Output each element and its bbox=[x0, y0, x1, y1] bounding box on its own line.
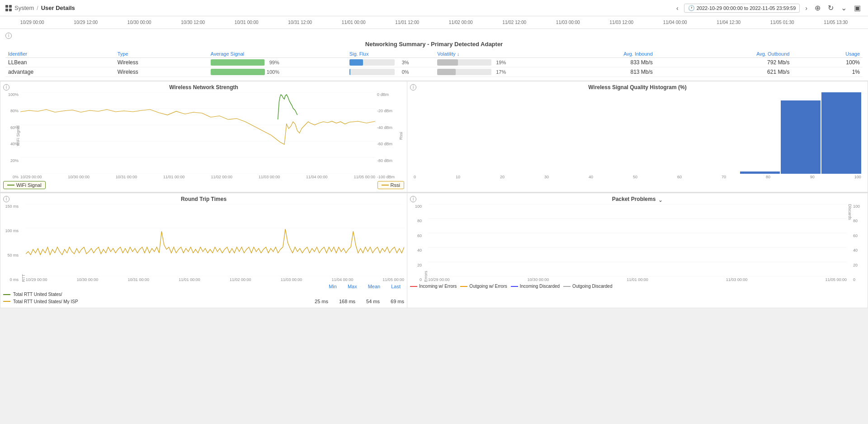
refresh-icon[interactable]: ↻ bbox=[826, 3, 835, 13]
timeline-label-11: 11/03 12:00 bbox=[595, 20, 649, 25]
rtt-mean-val: 54 ms bbox=[366, 299, 380, 304]
wireless-strength-title: Wireless Network Strength bbox=[3, 84, 404, 91]
col-avg-signal[interactable]: Average Signal bbox=[208, 50, 347, 58]
packet-chart-area: 10/29 00:00 10/30 00:00 11/01 00:00 11/0… bbox=[428, 204, 847, 282]
chevron-down-icon[interactable]: ⌄ bbox=[839, 3, 849, 13]
rtt-chart-area: 10/29 00:00 10/30 00:00 10/31 00:00 11/0… bbox=[26, 204, 404, 282]
histogram-bars bbox=[410, 92, 865, 174]
stat-min-label: Min bbox=[329, 284, 337, 289]
timeline-label-13: 11/04 12:30 bbox=[702, 20, 756, 25]
packet-info-icon[interactable]: i bbox=[410, 196, 416, 202]
rtt-last-val: 69 ms bbox=[391, 299, 404, 304]
rtt-x-axis: 10/29 00:00 10/30 00:00 10/31 00:00 11/0… bbox=[26, 277, 404, 282]
charts-row-1: i Wireless Network Strength 100% 80% 60%… bbox=[0, 81, 868, 192]
rtt-legend-dot-1 bbox=[3, 301, 10, 302]
rtt-title: Round Trip Times bbox=[3, 196, 404, 202]
packet-y-right: 100 80 60 40 20 0 bbox=[852, 204, 865, 282]
timeline-label-3: 10/30 12:00 bbox=[166, 20, 220, 25]
app-label: System bbox=[14, 5, 34, 11]
outgoing-errors-label: Outgoing w/ Errors bbox=[469, 284, 507, 289]
timeline-label-7: 11/01 12:00 bbox=[381, 20, 434, 25]
x-axis-ticks: 10/29 00:00 10/30 00:00 10/31 00:00 11/0… bbox=[20, 175, 375, 179]
wireless-info-icon[interactable]: i bbox=[3, 84, 9, 91]
legend-wifi-label: WiFi Signal bbox=[16, 182, 42, 188]
col-sig-flux[interactable]: Sig. Flux bbox=[347, 50, 435, 58]
discards-label: Discards bbox=[847, 204, 852, 282]
timeline-label-6: 11/01 00:00 bbox=[327, 20, 381, 25]
rtt-legend-label-0: Total RTT United States/ bbox=[13, 292, 62, 297]
stat-mean-label: Mean bbox=[368, 284, 381, 289]
col-usage[interactable]: Usage bbox=[792, 50, 863, 58]
packet-title-row: Packet Problems ⌄ bbox=[410, 196, 865, 204]
legend-rssi-label: Rssi bbox=[391, 182, 400, 188]
timeline-label-2: 10/30 00:00 bbox=[113, 20, 166, 25]
timeline-labels: 10/29 00:00 10/29 12:00 10/30 00:00 10/3… bbox=[0, 20, 868, 25]
histogram-title: Wireless Signal Quality Histogram (%) bbox=[410, 84, 865, 91]
clock-icon: 🕐 bbox=[688, 5, 695, 11]
summary-table: Identifier Type Average Signal Sig. Flux… bbox=[5, 50, 863, 77]
errors-label: Errors bbox=[423, 204, 428, 282]
page-title: User Details bbox=[41, 5, 75, 11]
col-avg-inbound[interactable]: Avg. Inbound bbox=[533, 50, 656, 58]
outgoing-discarded-label: Outgoing Discarded bbox=[572, 284, 612, 289]
rtt-legend-values: 25 ms 168 ms 54 ms 69 ms bbox=[315, 299, 404, 304]
rtt-svg bbox=[26, 204, 404, 276]
outgoing-errors-line bbox=[460, 286, 467, 287]
incoming-errors-line bbox=[410, 286, 417, 287]
rtt-stats-labels: Min Max Mean Last bbox=[3, 284, 404, 289]
row-type-1: Wireless bbox=[115, 67, 208, 77]
row-avg-signal-0: 99% bbox=[208, 58, 347, 67]
row-outbound-1: 621 Mb/s bbox=[656, 67, 793, 77]
wireless-legends: WiFi Signal Rssi bbox=[3, 181, 404, 189]
stat-max-label: Max bbox=[348, 284, 357, 289]
timeline-label-12: 11/04 00:00 bbox=[648, 20, 702, 25]
col-volatility[interactable]: Volatility ↓ bbox=[434, 50, 532, 58]
summary-row-1: advantage Wireless 100% 0% 17% bbox=[5, 67, 863, 77]
charts-row-2: i Round Trip Times 150 ms 100 ms 50 ms 0… bbox=[0, 192, 868, 308]
monitor-icon[interactable]: ▣ bbox=[852, 3, 863, 13]
row-inbound-1: 813 Mb/s bbox=[533, 67, 656, 77]
time-range-display[interactable]: 🕐 2022-10-29 00:00:00 to 2022-11-05 23:5… bbox=[684, 4, 800, 13]
packet-legend-incoming-errors: Incoming w/ Errors bbox=[410, 284, 457, 289]
header-right: ‹ 🕐 2022-10-29 00:00:00 to 2022-11-05 23… bbox=[675, 3, 863, 13]
packet-legend-incoming-discarded: Incoming Discarded bbox=[511, 284, 560, 289]
row-sig-flux-0: 3% bbox=[347, 58, 435, 67]
row-usage-0: 100% bbox=[792, 58, 863, 67]
timeline-label-5: 10/31 12:00 bbox=[274, 20, 327, 25]
next-range-button[interactable]: › bbox=[803, 4, 809, 13]
timeline-label-9: 11/02 12:00 bbox=[488, 20, 542, 25]
packet-problems-panel: i Packet Problems ⌄ 100 80 60 40 20 0 Er… bbox=[407, 193, 868, 308]
grid-icon[interactable] bbox=[5, 5, 12, 11]
zoom-icon[interactable]: ⊕ bbox=[813, 3, 822, 13]
row-usage-1: 1% bbox=[792, 67, 863, 77]
row-inbound-0: 833 Mb/s bbox=[533, 58, 656, 67]
legend-rssi[interactable]: Rssi bbox=[377, 181, 404, 189]
packet-legend-outgoing-errors: Outgoing w/ Errors bbox=[460, 284, 507, 289]
histogram-panel: i Wireless Signal Quality Histogram (%) … bbox=[407, 81, 868, 192]
rtt-info-icon[interactable]: i bbox=[3, 196, 9, 202]
packet-title: Packet Problems bbox=[612, 196, 656, 202]
stat-last-label: Last bbox=[391, 284, 401, 289]
summary-info-icon[interactable]: i bbox=[5, 33, 12, 39]
row-type-0: Wireless bbox=[115, 58, 208, 67]
legend-wifi-signal[interactable]: WiFi Signal bbox=[3, 181, 46, 189]
rtt-legend-row-0: Total RTT United States/ bbox=[3, 291, 404, 298]
packet-chevron-down[interactable]: ⌄ bbox=[658, 197, 663, 203]
rssi-axis-label: Rssi bbox=[399, 92, 404, 179]
networking-summary-section: i Networking Summary - Primary Detected … bbox=[0, 29, 868, 81]
col-avg-outbound[interactable]: Avg. Outbound bbox=[656, 50, 793, 58]
col-identifier[interactable]: Identifier bbox=[5, 50, 115, 58]
time-range-text: 2022-10-29 00:00:00 to 2022-11-05 23:59:… bbox=[697, 5, 796, 11]
timeline-label-15: 11/05 13:30 bbox=[809, 20, 863, 25]
wireless-svg bbox=[20, 92, 375, 174]
y-axis-label: WiFi Signal bbox=[16, 125, 20, 146]
row-avg-signal-1: 100% bbox=[208, 67, 347, 77]
outgoing-discarded-line bbox=[563, 286, 571, 287]
main-content: i Networking Summary - Primary Detected … bbox=[0, 29, 868, 424]
separator: / bbox=[37, 5, 38, 11]
prev-range-button[interactable]: ‹ bbox=[675, 4, 680, 13]
row-sig-flux-1: 0% bbox=[347, 67, 435, 77]
packet-x-axis: 10/29 00:00 10/30 00:00 11/01 00:00 11/0… bbox=[428, 277, 847, 282]
col-type[interactable]: Type bbox=[115, 50, 208, 58]
histogram-info-icon[interactable]: i bbox=[410, 84, 416, 91]
